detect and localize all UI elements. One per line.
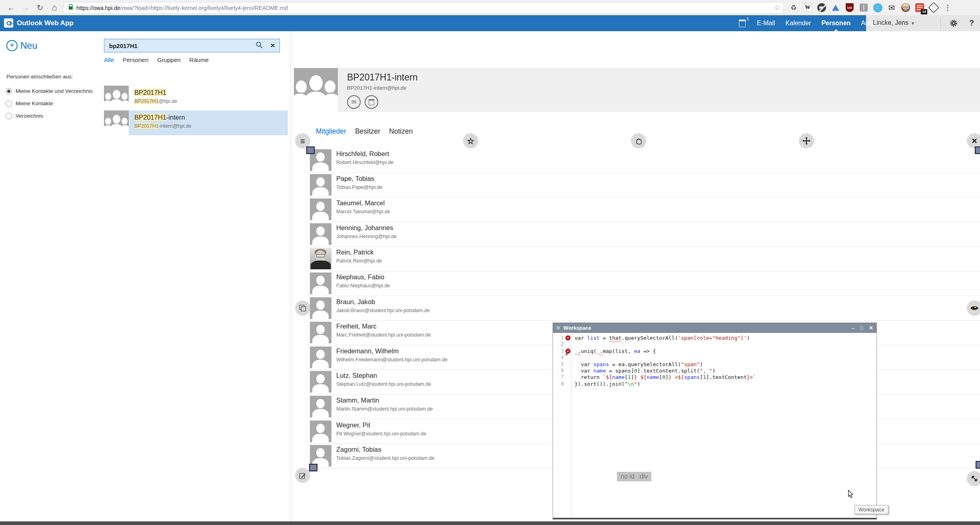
filter-tab-gruppen[interactable]: Gruppen <box>157 56 180 63</box>
filter-tab-räume[interactable]: Räume <box>190 56 209 63</box>
help-button[interactable]: ? <box>969 18 974 28</box>
nav-item-kalender[interactable]: Kalender <box>785 20 811 27</box>
member-name: Freiheit, Marc <box>336 323 377 330</box>
member-row[interactable]: Pape, TobiasTobias.Pape@hpi.de <box>310 173 980 198</box>
radio-option[interactable]: Meine Kontakte <box>6 97 93 110</box>
gray-extension-icon[interactable] <box>858 2 869 13</box>
clear-search-icon[interactable]: ✕ <box>267 42 278 49</box>
search-result-row[interactable]: BP2017H1BP2017H1@hpi.de <box>104 86 288 110</box>
selection-handle-topright[interactable] <box>975 146 980 154</box>
member-email: Pit.Wegner@student.hpi.uni-potsdam.de <box>336 431 426 437</box>
member-row[interactable]: Hirschfeld, RobertRobert.Hirschfeld@hpi.… <box>310 148 980 173</box>
member-row[interactable]: Henning, JohannesJohannes.Henning@hpi.de <box>310 222 980 247</box>
radio-option[interactable]: Meine Kontakte und Verzeichnis <box>6 85 93 97</box>
sparkle-extension-icon[interactable] <box>928 2 939 13</box>
member-row[interactable]: Taeumel, MarcelMarcel.Taeumel@hpi.de <box>310 197 980 222</box>
filter-tab-personen[interactable]: Personen <box>123 56 148 63</box>
code-lines[interactable]: var list = that.querySelectorAll('span[r… <box>571 333 876 518</box>
editor-gutter: 1✕23✕+45678 <box>553 333 571 518</box>
owa-nav: E-MailKalenderPersonenAufgaben <box>757 15 888 31</box>
selection-handle-bottomright[interactable] <box>976 461 980 469</box>
line-number: 7 <box>553 374 571 381</box>
halo-star-button[interactable]: ☆ <box>463 133 478 148</box>
member-row[interactable]: Braun, JakobJakob.Braun@student.hpi.uni-… <box>310 296 980 321</box>
avatar-extension-icon[interactable] <box>900 2 911 13</box>
code-line: return `${name[1]} ${name[0]} <${spans[1… <box>575 374 876 381</box>
tab-notizen[interactable]: Notizen <box>389 127 413 136</box>
tab-mitglieder[interactable]: Mitglieder <box>316 127 346 136</box>
member-name: Niephaus, Fabio <box>336 273 384 281</box>
member-name: Braun, Jakob <box>336 298 375 306</box>
hamburger-icon: ≡ <box>300 137 305 145</box>
video-blocker-extension-icon[interactable] <box>816 2 827 13</box>
tab-besitzer[interactable]: Besitzer <box>355 127 380 136</box>
halo-copy-button[interactable] <box>295 301 310 316</box>
group-email: BP2017H1-intern@hpi.de <box>347 85 406 91</box>
radio-circle-icon <box>6 113 12 119</box>
radio-option[interactable]: Verzeichnis <box>6 110 93 122</box>
search-result-row[interactable]: BP2017H1-internBP2017H1-intern@hpi.de <box>104 110 288 135</box>
person-avatar-icon <box>310 297 331 319</box>
recycle-extension-icon[interactable]: ♻ <box>788 2 799 13</box>
browser-menu-icon[interactable]: ⋮ <box>942 2 953 13</box>
person-avatar-icon <box>310 174 331 196</box>
person-avatar-icon <box>310 347 331 368</box>
people-search-box[interactable]: ✕ <box>104 39 280 52</box>
bottom-scrollbar[interactable] <box>0 521 980 525</box>
browser-reload-button[interactable]: ↻ <box>34 2 46 13</box>
selection-handle-topleft[interactable] <box>306 146 315 154</box>
line-number: 5 <box>553 361 571 368</box>
workspace-maximize-button[interactable]: □ <box>860 325 863 331</box>
new-contact-button[interactable]: + Neu <box>6 40 37 51</box>
share-extension-icon[interactable]: ∴ <box>872 2 883 13</box>
halo-edit-button[interactable] <box>295 468 310 483</box>
member-row[interactable]: Niephaus, FabioFabio.Niephaus@hpi.de <box>310 271 980 296</box>
nav-item-personen[interactable]: Personen <box>821 20 850 27</box>
browser-forward-button[interactable]: → <box>20 2 31 13</box>
search-input[interactable] <box>104 42 255 49</box>
halo-inspect-button[interactable] <box>967 301 980 316</box>
include-options: Meine Kontakte und VerzeichnisMeine Kont… <box>6 85 93 122</box>
workspace-minimize-button[interactable]: – <box>852 325 854 331</box>
workspace-titlebar[interactable]: ≡ Workspace – □ ✕ <box>553 323 876 333</box>
result-email: BP2017H1-intern@hpi.de <box>134 123 192 129</box>
todoist-extension-icon[interactable]: 14 <box>914 2 925 13</box>
wikipedia-extension-icon[interactable]: W <box>802 2 813 13</box>
browser-home-button[interactable]: ⌂ <box>49 2 60 13</box>
ublock-extension-icon[interactable]: UO <box>844 2 855 13</box>
workspace-title: Workspace <box>563 325 591 331</box>
send-mail-button[interactable]: ✉ <box>347 95 361 109</box>
member-email: Jakob.Braun@student.hpi.uni-potsdam.de <box>336 308 430 313</box>
drive-extension-icon[interactable] <box>830 2 841 13</box>
browser-back-button[interactable]: ← <box>6 2 17 13</box>
reminder-indicator[interactable]: 1 <box>739 18 749 27</box>
member-name: Lutz, Stephan <box>336 372 377 379</box>
user-menu[interactable]: Lincke, Jens▾ <box>873 19 914 26</box>
schedule-meeting-button[interactable] <box>365 95 378 109</box>
nav-item-e-mail[interactable]: E-Mail <box>757 20 775 27</box>
halo-move-button[interactable] <box>799 133 814 148</box>
calendar-icon <box>369 99 374 105</box>
member-name: Zagorni, Tobias <box>336 446 381 453</box>
member-row[interactable]: Rein, PatrickPatrick.Rein@hpi.de <box>310 246 980 271</box>
inbox-extension-icon[interactable]: ✉ <box>886 2 897 13</box>
halo-grab-button[interactable] <box>631 133 646 148</box>
filter-tab-alle[interactable]: Alle <box>104 56 114 63</box>
browser-toolbar: ← → ↻ ⌂ https://owa.hpi.de/owa/?load=htt… <box>0 0 980 16</box>
search-icon[interactable] <box>255 41 265 50</box>
settings-gear-icon[interactable] <box>949 19 958 28</box>
bookmark-star-icon[interactable]: ☆ <box>774 4 780 12</box>
halo-resize-button[interactable] <box>967 471 980 486</box>
workspace-editor[interactable]: 1✕23✕+45678 var list = that.querySelecto… <box>553 333 876 518</box>
workspace-menu-icon[interactable]: ≡ <box>556 325 560 332</box>
person-avatar-icon <box>310 371 331 393</box>
pencil-icon <box>298 471 307 480</box>
selection-handle-bottomleft[interactable] <box>309 464 317 471</box>
address-bar[interactable]: https://owa.hpi.de/owa/?load=https://liv… <box>63 2 784 14</box>
code-line: _.uniq(_.map(list, ea => { <box>575 348 876 355</box>
member-name: Hirschfeld, Robert <box>336 150 389 158</box>
person-avatar-icon <box>310 421 331 442</box>
eye-icon <box>970 304 979 313</box>
extension-tray: ♻ W UO ∴ ✉ 14 ⋮ <box>788 1 953 14</box>
workspace-close-button[interactable]: ✕ <box>869 325 873 331</box>
